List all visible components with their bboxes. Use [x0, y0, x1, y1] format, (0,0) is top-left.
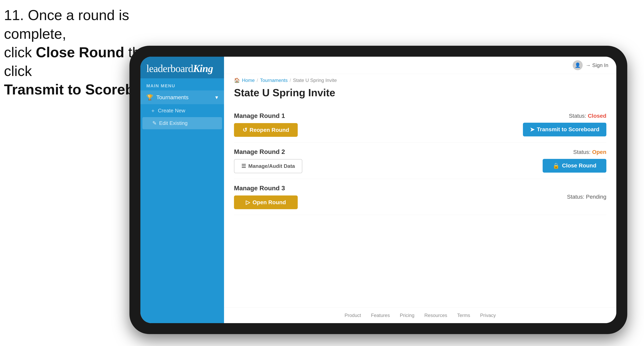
round-2-left: Manage Round 2 ☰ Manage/Audit Data — [234, 148, 302, 173]
transmit-to-scoreboard-button[interactable]: ➤ Transmit to Scoreboard — [523, 123, 606, 136]
round-3-status: Status: Pending — [567, 194, 606, 200]
logo-king: King — [193, 63, 213, 74]
round-3-card: Manage Round 3 ▷ Open Round Status: Pend… — [234, 179, 606, 215]
footer-pricing[interactable]: Pricing — [400, 313, 414, 318]
app-logo: leaderboardKing — [146, 63, 218, 74]
breadcrumb-sep-1: / — [257, 78, 258, 83]
breadcrumb-sep-2: / — [290, 78, 291, 83]
chevron-down-icon: ▾ — [215, 94, 218, 101]
close-icon: 🔒 — [552, 163, 560, 169]
sidebar-item-tournaments[interactable]: 🏆 Tournaments ▾ — [140, 90, 224, 104]
logo-area: leaderboardKing — [140, 57, 224, 78]
round-2-status-value: Open — [592, 149, 606, 155]
content-area: Manage Round 1 ↺ Reopen Round Status: Cl… — [224, 105, 616, 307]
round-2-title: Manage Round 2 — [234, 148, 302, 156]
breadcrumb-home: 🏠 — [234, 78, 240, 83]
sign-in-area[interactable]: 👤 → Sign In — [573, 60, 608, 70]
footer-product[interactable]: Product — [344, 313, 361, 318]
app-layout: leaderboardKing MAIN MENU 🏆 Tournaments … — [140, 57, 616, 323]
sign-in-text[interactable]: → Sign In — [586, 62, 608, 68]
page-title: State U Spring Invite — [224, 85, 616, 105]
trophy-icon: 🏆 — [146, 94, 153, 101]
breadcrumb-tournaments-link[interactable]: Tournaments — [260, 78, 288, 83]
round-1-card: Manage Round 1 ↺ Reopen Round Status: Cl… — [234, 107, 606, 143]
round-3-status-value: Pending — [586, 194, 606, 200]
manage-audit-button[interactable]: ☰ Manage/Audit Data — [234, 159, 302, 173]
footer-privacy[interactable]: Privacy — [480, 313, 496, 318]
close-round-button[interactable]: 🔒 Close Round — [543, 159, 606, 173]
top-header: 👤 → Sign In — [224, 57, 616, 74]
main-content: 👤 → Sign In 🏠 Home / Tournaments / State… — [224, 57, 616, 323]
main-menu-label: MAIN MENU — [140, 78, 224, 90]
open-round-button[interactable]: ▷ Open Round — [234, 195, 298, 209]
avatar: 👤 — [573, 60, 583, 70]
tablet-screen: leaderboardKing MAIN MENU 🏆 Tournaments … — [140, 57, 616, 323]
audit-icon: ☰ — [241, 163, 246, 169]
breadcrumb-current: State U Spring Invite — [293, 78, 337, 83]
edit-icon: ✎ — [152, 120, 157, 126]
footer: Product Features Pricing Resources Terms… — [224, 307, 616, 323]
sidebar: leaderboardKing MAIN MENU 🏆 Tournaments … — [140, 57, 224, 323]
footer-features[interactable]: Features — [371, 313, 390, 318]
tournaments-label: Tournaments — [156, 94, 188, 101]
sidebar-item-edit-existing[interactable]: ✎ Edit Existing — [142, 117, 222, 129]
footer-resources[interactable]: Resources — [424, 313, 447, 318]
tablet-device: leaderboardKing MAIN MENU 🏆 Tournaments … — [130, 46, 627, 334]
round-3-left: Manage Round 3 ▷ Open Round — [234, 184, 298, 209]
reopen-round-button[interactable]: ↺ Reopen Round — [234, 123, 298, 137]
round-1-status-value: Closed — [588, 113, 606, 119]
round-2-card: Manage Round 2 ☰ Manage/Audit Data Statu… — [234, 143, 606, 179]
round-1-right: Status: Closed ➤ Transmit to Scoreboard — [523, 113, 606, 136]
breadcrumb: 🏠 Home / Tournaments / State U Spring In… — [224, 74, 616, 85]
footer-terms[interactable]: Terms — [457, 313, 470, 318]
round-3-right: Status: Pending — [567, 194, 606, 200]
breadcrumb-home-link[interactable]: Home — [242, 78, 255, 83]
round-2-right: Status: Open 🔒 Close Round — [543, 149, 606, 173]
round-2-status: Status: Open — [573, 149, 606, 155]
reopen-icon: ↺ — [242, 127, 247, 133]
round-1-title: Manage Round 1 — [234, 112, 298, 120]
sidebar-item-create-new[interactable]: ＋ Create New — [140, 104, 224, 117]
round-1-status: Status: Closed — [569, 113, 606, 119]
round-3-title: Manage Round 3 — [234, 184, 298, 192]
edit-existing-label: Edit Existing — [159, 120, 188, 126]
round-1-left: Manage Round 1 ↺ Reopen Round — [234, 112, 298, 137]
create-new-label: Create New — [158, 108, 185, 114]
transmit-icon: ➤ — [530, 126, 534, 133]
plus-icon: ＋ — [150, 107, 156, 114]
open-icon: ▷ — [246, 199, 250, 206]
